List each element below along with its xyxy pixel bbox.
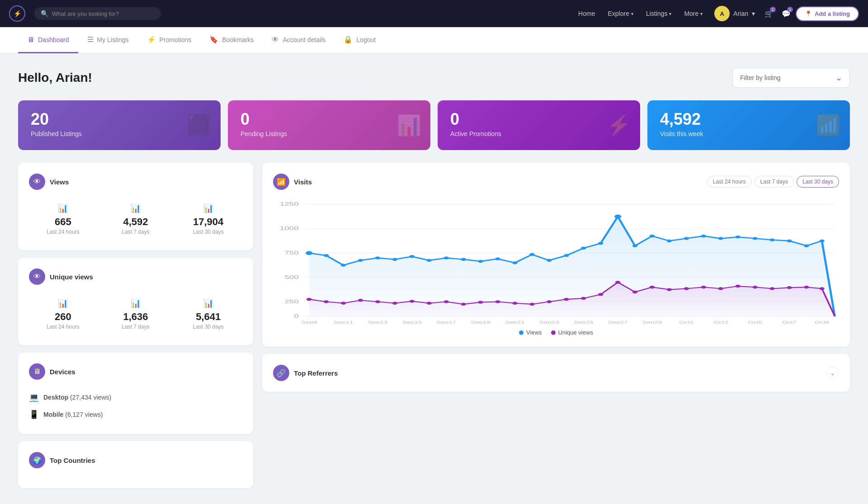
views-7d-number: 4,592 [102, 216, 170, 228]
add-listing-button[interactable]: 📍 Add a listing [796, 6, 859, 21]
unique-views-title: Unique views [50, 273, 93, 281]
left-panels: 👁 Views 📊 665 Last 24 hours 📊 4,592 Last… [18, 163, 253, 488]
visits-chart-svg: 1250 1000 750 500 250 0 [273, 197, 839, 324]
svg-text:1000: 1000 [280, 226, 299, 231]
stat-pending-listings: 0 Pending Listings 📊 [228, 100, 430, 150]
svg-point-53 [478, 301, 483, 303]
subnav-logout[interactable]: 🔒 Logout [335, 27, 385, 53]
subnav-account[interactable]: 👁 Account details [263, 28, 335, 53]
svg-point-19 [427, 259, 432, 262]
chart-header: 📶 Visits Last 24 hours Last 7 days Last … [273, 174, 839, 190]
views-stats: 📊 665 Last 24 hours 📊 4,592 Last 7 days … [29, 199, 242, 240]
notifications-button[interactable]: 💬 1 [778, 6, 794, 21]
filter-7d-button[interactable]: Last 7 days [755, 176, 794, 188]
uv-bar-icon-3: 📊 [174, 298, 242, 308]
svg-point-49 [410, 300, 415, 302]
svg-point-71 [787, 286, 792, 289]
cart-badge: 1 [770, 7, 776, 12]
active-promotions-icon: ⚡ [606, 113, 631, 137]
published-listings-icon: ⬛ [187, 113, 212, 137]
svg-point-52 [461, 303, 466, 306]
panels-row: 👁 Views 📊 665 Last 24 hours 📊 4,592 Last… [18, 163, 850, 488]
cart-button[interactable]: 🛒 1 [761, 6, 777, 21]
referrers-collapse-button[interactable]: ⌄ [826, 367, 839, 379]
bar-chart-icon-1: 📊 [29, 203, 97, 213]
svg-point-58 [564, 298, 569, 301]
pending-listings-number: 0 [241, 111, 287, 127]
unique-views-icon: 👁 [29, 268, 45, 285]
svg-point-21 [461, 258, 466, 261]
desktop-label: Desktop (27,434 views) [43, 394, 111, 401]
devices-panel: 🖥 Devices 💻 Desktop (27,434 views) 📱 Mob… [18, 353, 253, 434]
unique-views-legend-dot [551, 330, 556, 335]
filter-chevron-icon: ⌄ [835, 73, 842, 83]
subnav-bookmarks[interactable]: 🔖 Bookmarks [200, 27, 263, 53]
svg-point-46 [358, 299, 363, 301]
svg-point-60 [598, 293, 603, 296]
logo-icon[interactable]: ⚡ [9, 5, 25, 22]
views-24h-number: 665 [29, 216, 97, 228]
unique-views-panel: 👁 Unique views 📊 260 Last 24 hours 📊 1,6… [18, 258, 253, 345]
nav-more[interactable]: More▾ [679, 7, 708, 20]
svg-point-14 [341, 264, 346, 267]
svg-point-70 [769, 287, 774, 290]
devices-icon: 🖥 [29, 363, 45, 380]
main-content: Hello, Arian! Filter by listing ⌄ 20 Pub… [0, 53, 868, 503]
svg-point-37 [735, 236, 740, 238]
active-promotions-label: Active Promotions [450, 130, 501, 137]
subnav-promotions[interactable]: ⚡ Promotions [138, 27, 201, 53]
published-listings-label: Published Listings [31, 130, 82, 137]
visits-chart-area: 1250 1000 750 500 250 0 [273, 197, 839, 324]
svg-point-35 [701, 235, 706, 237]
nav-home[interactable]: Home [573, 7, 600, 20]
svg-point-57 [547, 300, 552, 303]
bookmarks-icon: 🔖 [209, 35, 218, 44]
views-30d-label: Last 30 days [174, 229, 242, 235]
visits-icon: 📶 [273, 174, 289, 190]
top-referrers-panel: 🔗 Top Referrers ⌄ [262, 354, 850, 392]
filter-30d-button[interactable]: Last 30 days [797, 176, 839, 188]
mobile-device: 📱 Mobile (6,127 views) [29, 406, 242, 423]
views-icon: 👁 [29, 174, 45, 190]
published-listings-number: 20 [31, 111, 82, 127]
filter-24h-button[interactable]: Last 24 hours [707, 176, 752, 188]
svg-point-51 [443, 300, 448, 303]
svg-point-62 [632, 291, 637, 293]
svg-text:Sep21: Sep21 [505, 320, 525, 324]
svg-point-27 [564, 254, 569, 257]
views-30d: 📊 17,904 Last 30 days [174, 199, 242, 240]
visits-week-number: 4,592 [660, 111, 703, 127]
nav-listings[interactable]: Listings▾ [641, 7, 677, 20]
countries-icon: 🌍 [29, 452, 45, 468]
search-input[interactable] [52, 10, 142, 17]
search-bar[interactable]: 🔍 [34, 7, 161, 20]
svg-point-68 [735, 285, 740, 287]
user-menu[interactable]: A Arian ▾ [710, 4, 760, 23]
top-countries-title: Top Countries [50, 457, 95, 464]
svg-point-42 [819, 240, 824, 242]
views-24h: 📊 665 Last 24 hours [29, 199, 97, 240]
desktop-icon: 💻 [29, 392, 39, 402]
svg-point-65 [684, 287, 689, 290]
views-legend-label: Views [526, 329, 542, 336]
uv-bar-icon-2: 📊 [102, 298, 170, 308]
nav-explore[interactable]: Explore▾ [602, 7, 638, 20]
views-30d-number: 17,904 [174, 216, 242, 228]
visits-week-icon: 📶 [816, 113, 841, 137]
svg-text:Oct1: Oct1 [679, 320, 693, 324]
svg-point-26 [547, 259, 552, 262]
svg-point-45 [341, 302, 346, 305]
subnav-dashboard[interactable]: 🖥 Dashboard [18, 28, 78, 53]
svg-point-29 [598, 242, 603, 245]
views-7d: 📊 4,592 Last 7 days [102, 199, 170, 240]
stat-visits-week: 4,592 Visits this week 📶 [647, 100, 850, 150]
views-panel: 👁 Views 📊 665 Last 24 hours 📊 4,592 Last… [18, 163, 253, 250]
svg-point-32 [650, 235, 655, 237]
chart-legend: Views Unique views [273, 329, 839, 336]
svg-text:Sep25: Sep25 [574, 320, 594, 324]
filter-by-listing-dropdown[interactable]: Filter by listing ⌄ [732, 68, 850, 88]
user-chevron-icon: ▾ [752, 10, 755, 17]
views-title: Views [50, 178, 69, 186]
subnav-my-listings[interactable]: ☰ My Listings [78, 27, 138, 53]
page-title: Hello, Arian! [18, 71, 92, 85]
